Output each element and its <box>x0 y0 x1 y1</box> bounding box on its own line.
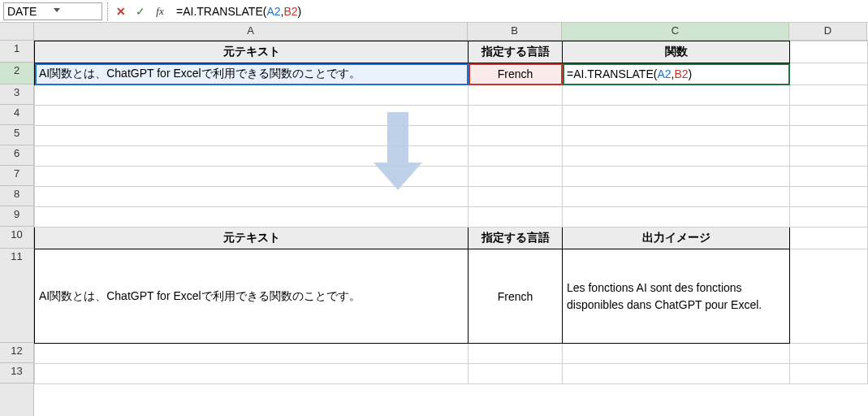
insert-function-button[interactable]: fx <box>152 2 168 20</box>
row-header-9[interactable]: 9 <box>0 206 33 227</box>
row-header-3[interactable]: 3 <box>0 84 33 105</box>
cell-a12[interactable] <box>35 344 469 364</box>
formula-text-prefix: =AI.TRANSLATE( <box>176 5 266 18</box>
cell-c6[interactable] <box>563 146 790 167</box>
down-arrow-icon <box>374 112 422 202</box>
row-headers: 1 2 3 4 5 6 7 8 9 10 11 12 13 <box>0 41 34 416</box>
check-icon: ✓ <box>136 5 145 18</box>
row-header-8[interactable]: 8 <box>0 186 33 206</box>
formula-ref-b2: B2 <box>283 5 297 18</box>
formula-text-suffix: ) <box>298 5 302 18</box>
column-header-d[interactable]: D <box>789 23 867 40</box>
chevron-down-icon <box>53 7 98 15</box>
cell-c4[interactable] <box>563 106 790 126</box>
fx-icon: fx <box>156 5 163 18</box>
cancel-edit-button[interactable]: ✕ <box>113 2 129 20</box>
cell-a2[interactable]: AI関数とは、ChatGPT for Excelで利用できる関数のことです。 <box>35 63 469 85</box>
row-header-1[interactable]: 1 <box>0 41 33 63</box>
cell-c8[interactable] <box>563 187 790 207</box>
cell-d3[interactable] <box>790 85 868 106</box>
cell-c10[interactable]: 出力イメージ <box>563 228 790 249</box>
cell-b4[interactable] <box>469 106 563 126</box>
close-icon: ✕ <box>116 5 126 18</box>
cell-c1[interactable]: 関数 <box>563 41 790 63</box>
row-header-11[interactable]: 11 <box>0 249 33 343</box>
cell-grid: 元テキスト 指定する言語 関数 AI関数とは、ChatGPT for Excel… <box>34 41 868 416</box>
sheet-area: A B C D 1 2 3 4 5 6 7 8 9 10 11 12 13 元テ… <box>0 23 868 416</box>
cell-c9[interactable] <box>563 207 790 228</box>
column-headers: A B C D <box>0 23 868 41</box>
column-header-b[interactable]: B <box>468 23 562 40</box>
cell-d11[interactable] <box>790 249 868 344</box>
row-header-10[interactable]: 10 <box>0 227 33 249</box>
cell-b5[interactable] <box>469 126 563 146</box>
select-all-corner[interactable] <box>0 23 34 40</box>
cell-a13[interactable] <box>35 364 469 384</box>
cell-b11[interactable]: French <box>469 249 563 344</box>
formula-ref-a2: A2 <box>266 5 280 18</box>
cell-d7[interactable] <box>790 167 868 187</box>
cell-d2[interactable] <box>790 63 868 85</box>
cell-a3[interactable] <box>35 85 469 106</box>
row-header-12[interactable]: 12 <box>0 343 33 363</box>
column-header-c[interactable]: C <box>562 23 789 40</box>
cell-b6[interactable] <box>469 146 563 167</box>
cell-c2-editing[interactable]: =AI.TRANSLATE(A2,B2) <box>563 63 790 85</box>
row-header-13[interactable]: 13 <box>0 363 33 384</box>
cell-d6[interactable] <box>790 146 868 167</box>
cell-d9[interactable] <box>790 207 868 228</box>
name-box-value: DATE <box>7 5 53 18</box>
cell-d12[interactable] <box>790 344 868 364</box>
cell-b2[interactable]: French <box>469 63 563 85</box>
column-header-a[interactable]: A <box>34 23 468 40</box>
cell-c11[interactable]: Les fonctions AI sont des fonctions disp… <box>563 249 790 344</box>
cell-a10[interactable]: 元テキスト <box>35 228 469 249</box>
row-header-6[interactable]: 6 <box>0 145 33 166</box>
cell-c13[interactable] <box>563 364 790 384</box>
cell-a11[interactable]: AI関数とは、ChatGPT for Excelで利用できる関数のことです。 <box>35 249 469 344</box>
name-box[interactable]: DATE <box>3 2 102 20</box>
cell-b10[interactable]: 指定する言語 <box>469 228 563 249</box>
cell-d5[interactable] <box>790 126 868 146</box>
row-header-2[interactable]: 2 <box>0 63 33 84</box>
cell-b13[interactable] <box>469 364 563 384</box>
row-header-5[interactable]: 5 <box>0 125 33 145</box>
cell-c5[interactable] <box>563 126 790 146</box>
cell-d13[interactable] <box>790 364 868 384</box>
cell-c3[interactable] <box>563 85 790 106</box>
cell-a1[interactable]: 元テキスト <box>35 41 469 63</box>
cell-d1[interactable] <box>790 41 868 63</box>
row-header-4[interactable]: 4 <box>0 105 33 125</box>
separator <box>107 2 108 20</box>
cell-d4[interactable] <box>790 106 868 126</box>
cell-b8[interactable] <box>469 187 563 207</box>
cell-d8[interactable] <box>790 187 868 207</box>
formula-bar: DATE ✕ ✓ fx =AI.TRANSLATE(A2,B2) <box>0 0 868 23</box>
cell-a9[interactable] <box>35 207 469 228</box>
row-header-7[interactable]: 7 <box>0 166 33 186</box>
cell-b1[interactable]: 指定する言語 <box>469 41 563 63</box>
cell-c12[interactable] <box>563 344 790 364</box>
confirm-edit-button[interactable]: ✓ <box>132 2 149 20</box>
cell-b9[interactable] <box>469 207 563 228</box>
cell-b12[interactable] <box>469 344 563 364</box>
cell-b3[interactable] <box>469 85 563 106</box>
cell-b7[interactable] <box>469 167 563 187</box>
cell-c7[interactable] <box>563 167 790 187</box>
formula-input[interactable]: =AI.TRANSLATE(A2,B2) <box>171 2 865 20</box>
cell-d10[interactable] <box>790 228 868 249</box>
